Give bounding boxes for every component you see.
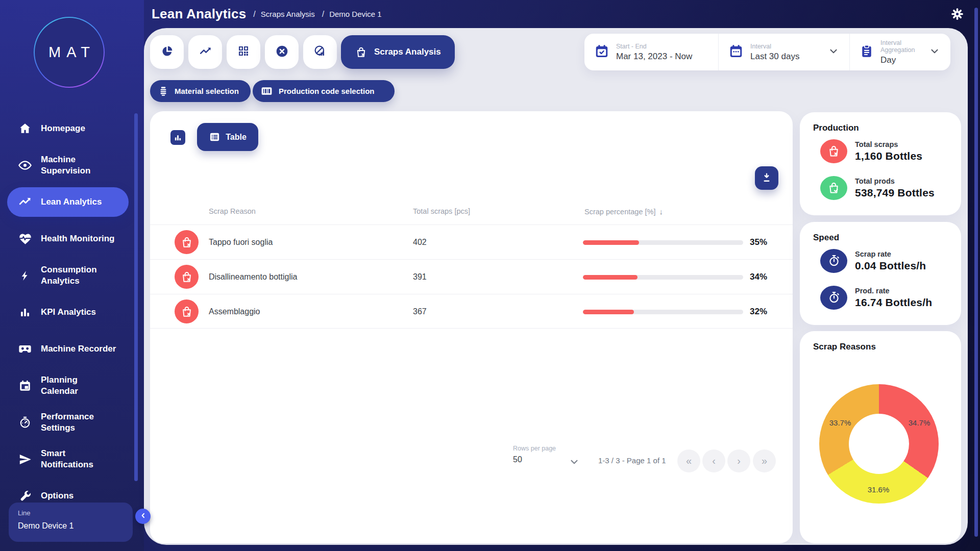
bag-x-icon [820,139,847,163]
interval-value: Last 30 days [750,52,799,62]
sidebar-item-performance-settings[interactable]: Performance Settings [0,404,144,441]
sidebar-item-consumption-analytics[interactable]: Consumption Analytics [0,257,144,294]
percentage-bar [583,310,743,314]
start-end-filter[interactable]: Start - End Mar 13, 2023 - Now [584,34,718,70]
sidebar-item-planning-calendar[interactable]: Planning Calendar [0,367,144,404]
eye-icon [18,158,32,172]
next-page-button[interactable]: › [727,449,750,472]
stopwatch-icon [820,249,847,273]
table-list-icon [209,131,220,143]
total-scraps-cell: 367 [413,307,427,316]
aggregation-filter[interactable]: Interval Aggregation Day [850,34,950,70]
pagination: Rows per page 50 1-3 / 3 - Page 1 of 1 «… [150,438,793,479]
calendar-icon [18,379,32,392]
percentage-cell: 32% [729,307,767,317]
table-body: Tappo fuori soglia 402 35% Disallineamen… [150,224,793,329]
downtime-icon [313,44,327,60]
scrap-reasons-title: Scrap Reasons [813,342,876,352]
device-selector[interactable]: Line Demo Device 1 [9,503,133,542]
bag-check-icon [820,176,847,200]
total-prods-stat: Total prods538,749 Bottles [820,173,953,202]
logo-text: MAT [43,44,95,61]
sidebar-collapse-button[interactable] [135,509,151,524]
bag-x-icon [175,230,199,254]
interval-filter[interactable]: Interval Last 30 days [719,34,849,70]
tab-scraps-analysis-active[interactable]: Scraps Analysis [341,35,455,69]
mat-logo: MAT [34,17,105,88]
pagination-range: 1-3 / 3 - Page 1 of 1 [598,456,666,465]
breadcrumb-demo-device[interactable]: Demo Device 1 [329,10,382,18]
table-row[interactable]: Assemblaggio 367 32% [150,294,793,329]
percentage-cell: 34% [729,272,767,282]
sidebar-item-machine-recorder[interactable]: Machine Recorder [0,331,144,367]
donut-label: 33.7% [829,418,851,427]
table-view-button[interactable]: Table [197,123,258,151]
percentage-bar [583,240,743,245]
settings-gear-button[interactable] [950,7,965,21]
last-page-button[interactable]: » [753,449,776,472]
qr-code-icon [237,45,250,59]
table-row[interactable]: Disallineamento bottiglia 391 34% [150,259,793,294]
column-scrap-percentage[interactable]: Scrap percentage [%]↓ [584,207,663,216]
aggregation-value: Day [880,55,922,65]
gauge-icon [18,416,32,429]
sidebar-item-lean-analytics[interactable]: Lean Analytics [7,187,129,217]
calendar-dots-icon [728,43,744,61]
trend-icon [18,195,32,209]
rows-per-page-value[interactable]: 50 [513,455,522,464]
tab-stops-analysis[interactable] [265,35,299,69]
tab-downtime-analysis[interactable] [303,35,337,69]
speed-title: Speed [813,233,839,243]
sidebar-item-kpi-analytics[interactable]: KPI Analytics [0,294,144,331]
tab-oee-pie[interactable] [150,35,184,69]
barcode-icon [260,85,273,97]
sidebar-scrollbar[interactable] [134,113,138,481]
total-scraps-cell: 391 [413,272,427,282]
sidebar-item-machine-supervision[interactable]: Machine Supervision [0,147,144,184]
trend-icon [199,45,212,60]
column-scrap-reason[interactable]: Scrap Reason [209,207,256,215]
chevron-left-icon: ‹ [712,455,716,467]
scrap-reason-cell: Disallineamento bottiglia [209,272,297,282]
bar-chart-icon [18,306,32,318]
pie-chart-icon [161,45,174,60]
percentage-cell: 35% [729,237,767,247]
top-bar: Lean Analytics / Scraps Analysis / Demo … [0,0,980,28]
download-button[interactable] [755,166,778,190]
scrap-reasons-card: Scrap Reasons 34.7% 31.6% 33.7% [800,331,961,543]
first-page-button[interactable]: « [677,449,700,472]
wrench-icon [18,490,32,503]
scrap-reason-cell: Tappo fuori soglia [209,238,273,247]
scrap-reason-cell: Assemblaggio [209,307,260,316]
bag-x-icon [175,299,199,323]
interval-label: Interval [750,43,799,50]
line-device-name: Demo Device 1 [18,521,124,531]
page-scrollbar[interactable] [974,8,978,537]
production-code-selection-button[interactable]: Production code selection [253,80,395,102]
sidebar-item-smart-notifications[interactable]: Smart Notifications [0,441,144,478]
date-filter-card: Start - End Mar 13, 2023 - Now Interval … [584,34,950,70]
chevron-down-icon[interactable] [569,456,580,469]
previous-page-button[interactable]: ‹ [702,449,725,472]
page-title: Lean Analytics [152,6,246,22]
heart-pulse-icon [18,232,32,246]
column-total-scraps[interactable]: Total scraps [pcs] [413,207,470,215]
gear-icon [950,14,964,22]
tab-trend[interactable] [188,35,222,69]
sidebar-item-homepage[interactable]: Homepage [0,110,144,147]
material-selection-button[interactable]: Material selection [150,80,251,102]
chevron-down-icon[interactable] [929,45,940,59]
sidebar: MAT Homepage Machine Supervision Lean An… [0,0,144,551]
table-row[interactable]: Tappo fuori soglia 402 35% [150,224,793,259]
start-end-value: Mar 13, 2023 - Now [616,52,692,62]
bag-x-icon [175,265,199,289]
chevron-down-icon[interactable] [828,45,839,59]
clipboard-icon [860,44,874,60]
breadcrumb-scraps-analysis[interactable]: Scraps Analysis [261,10,315,18]
double-chevron-right-icon: » [762,455,767,467]
tab-production-codes[interactable] [227,35,260,69]
donut-label: 31.6% [868,485,890,494]
chart-view-button[interactable] [170,130,185,145]
sidebar-item-health-monitoring[interactable]: Health Monitoring [0,220,144,257]
percentage-bar [583,275,743,280]
